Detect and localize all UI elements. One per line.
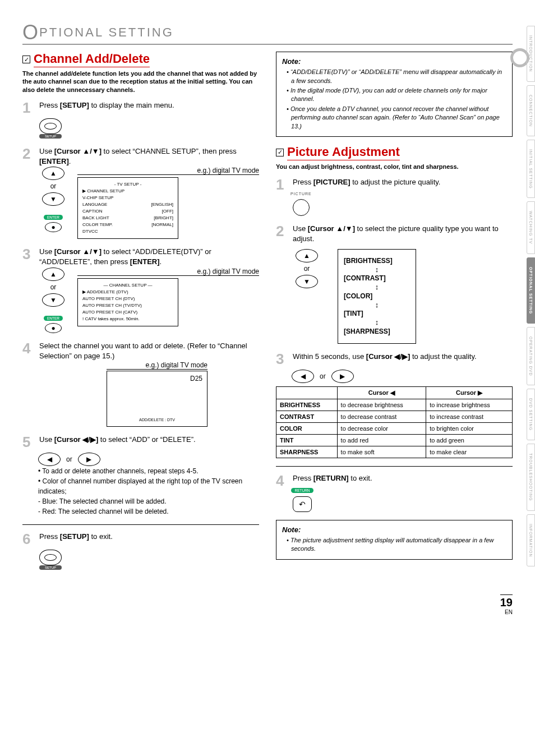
setup-button-icon	[39, 118, 62, 134]
table-cell: to add green	[426, 434, 513, 446]
menu-row: V-CHIP SETUP	[82, 195, 173, 201]
table-cell: to make clear	[426, 446, 513, 458]
note-item: • The picture adjustment setting display…	[287, 536, 506, 554]
return-button-icon: ↶	[293, 496, 312, 512]
header-prefix: O	[22, 22, 38, 43]
note-heading: Note:	[282, 57, 506, 67]
side-tab[interactable]: INTRODUCTION	[527, 26, 535, 82]
picture-section-title: ✓ Picture Adjustment	[276, 145, 513, 160]
list-item: - Red: The selected channel will be dele…	[38, 506, 259, 517]
channel-step1-text: Press [SETUP] to display the main menu.	[39, 100, 259, 110]
step-number: 1	[22, 100, 35, 115]
right-column: Note: • “ADD/DELETE(DTV)” or “ADD/DELETE…	[276, 52, 513, 578]
cursor-up-icon: ▲	[42, 167, 64, 180]
menu-row: AUTO PRESET CH (DTV)	[82, 296, 173, 302]
eg-label: e.g.) digital TV mode	[107, 361, 207, 370]
eg-label: e.g.) digital TV mode	[77, 167, 259, 175]
list-item: • Color of channel number displayed at t…	[38, 476, 259, 496]
menu-row: ▶ ADD/DELETE (DTV)	[82, 289, 173, 296]
table-header: Cursor ◀	[337, 386, 426, 399]
table-cell: to decrease color	[337, 422, 426, 434]
picture-options-box: [BRIGHTNESS]↕[CONTRAST]↕[COLOR]↕[TINT]↕[…	[338, 249, 416, 344]
return-button-label: RETURN	[291, 488, 313, 493]
channel-number: D25	[190, 375, 202, 382]
setup-button-icon	[39, 550, 62, 565]
table-cell: to brighten color	[426, 422, 513, 434]
cursor-up-icon: ▲	[296, 249, 318, 262]
channel-step3-text: Use [Cursor ▲/▼] to select “ADD/DELETE(D…	[39, 247, 259, 267]
step-number: 1	[276, 177, 288, 192]
page-header: O PTIONAL SETTING	[22, 22, 513, 45]
side-tab[interactable]: OPERATING DVD	[527, 327, 535, 385]
list-item: - Blue: The selected channel will be add…	[38, 496, 259, 506]
side-tab[interactable]: INITIAL SETTING	[527, 140, 535, 199]
side-tab[interactable]: CONNECTION	[527, 85, 535, 136]
cursor-up-icon: ▲	[42, 268, 64, 281]
table-header	[276, 386, 338, 399]
left-column: ✓ Channel Add/Delete The channel add/del…	[22, 52, 259, 578]
picture-option: [CONTRAST]	[344, 275, 410, 282]
table-cell: CONTRAST	[276, 411, 338, 422]
table-row: TINTto add redto add green	[276, 434, 513, 446]
side-tab[interactable]: WATCHING TV	[527, 201, 535, 253]
list-item: • To add or delete another channels, rep…	[38, 466, 259, 476]
side-tab[interactable]: INFORMATION	[527, 514, 535, 566]
channel-step2-text: Use [Cursor ▲/▼] to select “CHANNEL SETU…	[39, 146, 259, 167]
channel-step5-text: Use [Cursor ◀/▶] to select “ADD” or “DEL…	[39, 435, 259, 445]
picture-option: [BRIGHTNESS]	[344, 257, 410, 265]
note-box-2: Note: • The picture adjustment setting d…	[276, 520, 513, 560]
step-number: 3	[276, 352, 288, 366]
table-cell: BRIGHTNESS	[276, 399, 338, 411]
tv-setup-menu: - TV SETUP - ▶ CHANNEL SETUPV-CHIP SETUP…	[77, 177, 178, 239]
quality-table: Cursor ◀Cursor ▶ BRIGHTNESSto decrease b…	[276, 386, 513, 458]
table-cell: to increase contrast	[426, 411, 513, 422]
channel-setup-menu: — CHANNEL SETUP — ▶ ADD/DELETE (DTV)AUTO…	[77, 278, 178, 326]
table-header: Cursor ▶	[426, 386, 513, 399]
menu-row: AUTO PRESET CH (CATV)	[82, 309, 173, 316]
setup-button-label: SETUP	[39, 134, 62, 139]
side-tab[interactable]: DVD SETTING	[527, 389, 535, 440]
divider	[22, 524, 259, 525]
or-label: or	[320, 372, 326, 380]
cursor-down-icon: ▼	[296, 275, 318, 288]
header-title: PTIONAL SETTING	[39, 25, 174, 40]
menu-row: LANGUAGE[ENGLISH]	[82, 201, 173, 208]
picture-step4-text: Press [RETURN] to exit.	[293, 473, 513, 483]
table-cell: TINT	[276, 434, 338, 446]
picture-step2-text: Use [Cursor ▲/▼] to select the picture q…	[293, 224, 513, 244]
picture-option: [TINT]	[344, 310, 410, 317]
checkbox-icon: ✓	[22, 56, 30, 63]
table-row: CONTRASTto decrease contrastto increase …	[276, 411, 513, 422]
picture-heading: Picture Adjustment	[287, 145, 400, 160]
updown-arrow-icon: ↕	[344, 266, 410, 274]
note-heading: Note:	[282, 525, 506, 535]
channel-intro: The channel add/delete function lets you…	[22, 70, 259, 94]
picture-step3-text: Within 5 seconds, use [Cursor ◀/▶] to ad…	[293, 352, 513, 362]
page-number: 19	[500, 594, 513, 609]
picture-step1-text: Press [PICTURE] to adjust the picture qu…	[293, 177, 513, 187]
side-tab[interactable]: TROUBLESHOOTING	[527, 444, 535, 510]
enter-button-label: ENTER	[44, 215, 63, 220]
menu-row: BACK LIGHT[BRIGHT]	[82, 215, 173, 222]
menu-row: AUTO PRESET CH (TV/DTV)	[82, 302, 173, 309]
page-lang: EN	[0, 609, 513, 615]
side-tab[interactable]: OPTIONAL SETTING	[527, 257, 535, 324]
step-number: 6	[22, 532, 35, 546]
table-row: SHARPNESSto make softto make clear	[276, 446, 513, 458]
picture-button-icon	[293, 199, 310, 216]
note-item: • In the digital mode (DTV), you can add…	[287, 86, 506, 104]
menu-row: ! CATV takes approx. 50min.	[82, 316, 173, 322]
table-cell: to add red	[337, 434, 426, 446]
side-tabs: INTRODUCTIONCONNECTIONINITIAL SETTINGWAT…	[527, 26, 535, 566]
note-item: • Once you delete a DTV channel, you can…	[287, 105, 506, 131]
menu-row: CAPTION[OFF]	[82, 208, 173, 215]
table-row: BRIGHTNESSto decrease brightnessto incre…	[276, 399, 513, 411]
picture-option: [SHARPNESS]	[344, 328, 410, 335]
or-label: or	[50, 283, 57, 291]
channel-heading: Channel Add/Delete	[34, 52, 150, 67]
step-number: 4	[276, 473, 288, 488]
divider	[276, 466, 513, 467]
step-number: 5	[22, 435, 35, 449]
or-label: or	[66, 455, 72, 463]
picture-intro: You can adjust brightness, contrast, col…	[276, 163, 513, 170]
